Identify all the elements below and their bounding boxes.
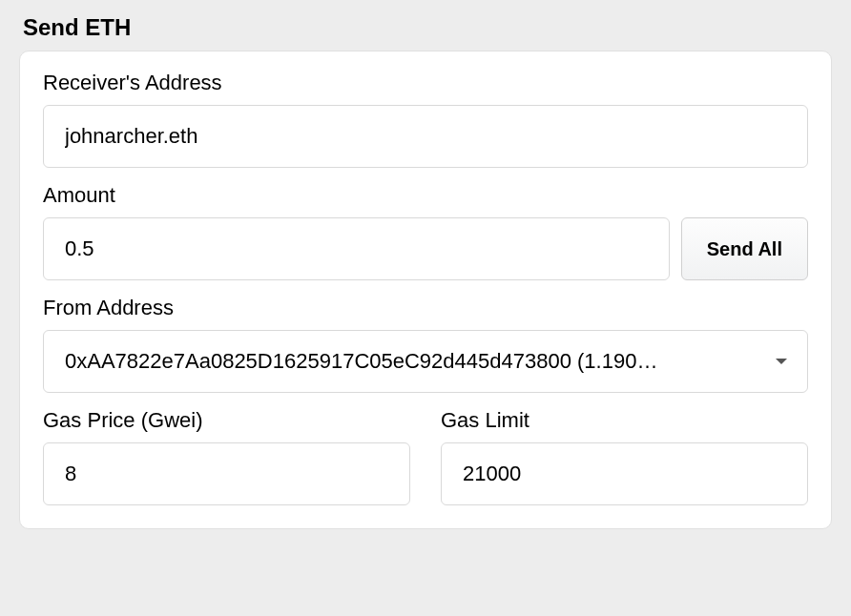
gas-row: Gas Price (Gwei) Gas Limit [43, 408, 808, 505]
receiver-address-input[interactable] [43, 105, 808, 168]
receiver-field-group: Receiver's Address [43, 71, 808, 168]
from-field-group: From Address 0xAA7822e7Aa0825D1625917C05… [43, 296, 808, 393]
amount-field-group: Amount Send All [43, 183, 808, 280]
send-all-button[interactable]: Send All [681, 217, 808, 280]
gas-price-field-group: Gas Price (Gwei) [43, 408, 410, 505]
gas-price-input[interactable] [43, 442, 410, 505]
page-title: Send ETH [0, 0, 851, 51]
receiver-label: Receiver's Address [43, 71, 808, 95]
from-address-select[interactable]: 0xAA7822e7Aa0825D1625917C05eC92d445d4738… [43, 330, 808, 393]
amount-row: Send All [43, 217, 808, 280]
send-eth-card: Receiver's Address Amount Send All From … [19, 51, 832, 529]
amount-input[interactable] [43, 217, 670, 280]
gas-limit-input[interactable] [441, 442, 808, 505]
gas-limit-label: Gas Limit [441, 408, 808, 433]
gas-price-label: Gas Price (Gwei) [43, 408, 410, 433]
from-label: From Address [43, 296, 808, 320]
amount-label: Amount [43, 183, 808, 208]
gas-limit-field-group: Gas Limit [441, 408, 808, 505]
from-address-selected: 0xAA7822e7Aa0825D1625917C05eC92d445d4738… [43, 330, 808, 393]
